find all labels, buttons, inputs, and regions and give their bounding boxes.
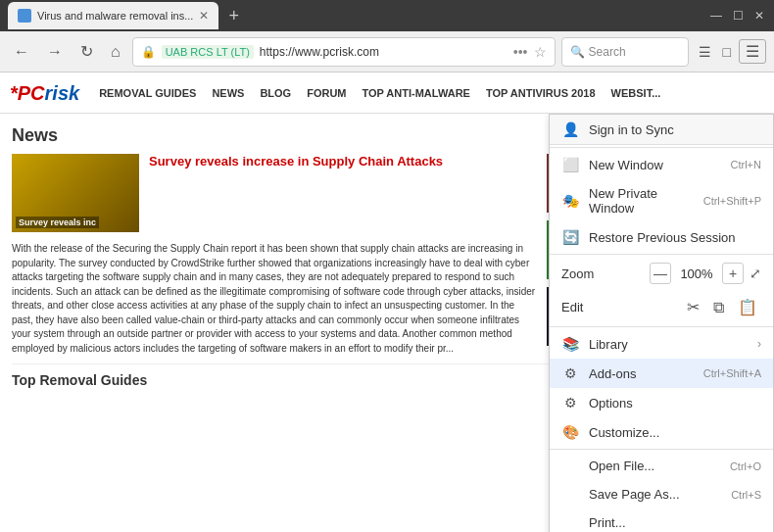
menu-item-restore-session[interactable]: 🔄 Restore Previous Session: [550, 222, 773, 252]
browser-tab[interactable]: Virus and malware removal ins... ✕: [8, 2, 218, 29]
menu-item-private-window[interactable]: 🎭 New Private Window Ctrl+Shift+P: [550, 179, 773, 222]
open-file-shortcut: Ctrl+O: [730, 460, 761, 472]
zoom-label: Zoom: [561, 266, 644, 281]
private-window-icon: 🎭: [561, 193, 579, 209]
options-label: Options: [589, 396, 761, 411]
synced-tabs-button[interactable]: □: [719, 39, 735, 64]
menu-separator-3: [550, 326, 773, 327]
tab-favicon: [18, 9, 31, 23]
lock-icon: 🔒: [141, 45, 156, 59]
library-icon: 📚: [561, 336, 579, 352]
browser-toolbar: ← → ↻ ⌂ 🔒 UAB RCS LT (LT) https://www.pc…: [0, 31, 774, 73]
zoom-value: 100%: [677, 266, 716, 281]
sign-in-label: Sign in to Sync: [589, 122, 761, 137]
library-label: Library: [589, 337, 748, 352]
zoom-expand-button[interactable]: ⤢: [750, 266, 761, 281]
nav-website[interactable]: WEBSIT...: [604, 87, 669, 99]
main-article: Survey reveals inc Survey reveals increa…: [12, 154, 537, 356]
main-article-content: Survey reveals inc Survey reveals increa…: [12, 154, 537, 232]
save-page-shortcut: Ctrl+S: [731, 489, 761, 501]
close-button[interactable]: ✕: [752, 9, 766, 23]
private-window-label: New Private Window: [589, 186, 694, 216]
search-placeholder: Search: [589, 45, 626, 59]
address-icons: ☆: [534, 44, 547, 60]
reader-view-button[interactable]: ☰: [695, 39, 715, 64]
new-tab-button[interactable]: +: [222, 6, 245, 26]
search-icon: 🔍: [570, 45, 585, 59]
new-window-shortcut: Ctrl+N: [731, 159, 761, 170]
edit-label: Edit: [561, 300, 677, 314]
sync-icon: 👤: [561, 121, 579, 137]
menu-item-sign-in[interactable]: 👤 Sign in to Sync: [550, 115, 773, 145]
overflow-icon: •••: [513, 44, 528, 60]
menu-item-addons[interactable]: ⚙ Add-ons Ctrl+Shift+A: [550, 359, 773, 388]
new-window-icon: ⬜: [561, 157, 579, 172]
private-window-shortcut: Ctrl+Shift+P: [703, 195, 761, 207]
minimize-button[interactable]: —: [709, 9, 723, 23]
nav-top-anti-malware[interactable]: TOP ANTI-MALWARE: [355, 87, 478, 99]
zoom-row: Zoom — 100% + ⤢: [550, 257, 773, 290]
print-label: Print...: [589, 515, 761, 530]
menu-item-library[interactable]: 📚 Library ›: [550, 329, 773, 359]
main-article-body: With the release of the Securing the Sup…: [12, 242, 537, 356]
main-content: News Survey reveals inc Survey reveals i…: [0, 114, 774, 532]
open-file-label: Open File...: [589, 459, 720, 473]
zoom-minus-button[interactable]: —: [650, 263, 671, 284]
customize-icon: 🎨: [561, 424, 579, 440]
menu-separator-4: [550, 449, 773, 450]
tab-close-button[interactable]: ✕: [199, 9, 209, 23]
menu-separator-1: [550, 147, 773, 148]
save-page-label: Save Page As...: [589, 487, 721, 502]
copy-button[interactable]: ⧉: [709, 297, 728, 318]
menu-separator-2: [550, 254, 773, 255]
nav-removal-guides[interactable]: REMOVAL GUIDES: [91, 87, 204, 99]
main-article-text: Survey reveals increase in Supply Chain …: [149, 154, 537, 232]
menu-item-customize[interactable]: 🎨 Customize...: [550, 417, 773, 447]
main-article-title[interactable]: Survey reveals increase in Supply Chain …: [149, 154, 537, 169]
addons-shortcut: Ctrl+Shift+A: [703, 367, 761, 379]
org-badge: UAB RCS LT (LT): [162, 45, 254, 59]
menu-item-open-file[interactable]: Open File... Ctrl+O: [550, 452, 773, 480]
bookmark-icon[interactable]: ☆: [534, 44, 547, 60]
nav-top-antivirus[interactable]: TOP ANTIVIRUS 2018: [478, 87, 604, 99]
customize-label: Customize...: [589, 425, 761, 440]
library-arrow-icon: ›: [757, 337, 761, 351]
browser-titlebar: Virus and malware removal ins... ✕ + — ☐…: [0, 0, 774, 31]
main-article-thumb: Survey reveals inc: [12, 154, 139, 232]
addons-icon: ⚙: [561, 365, 579, 381]
window-controls: — ☐ ✕: [709, 9, 766, 23]
addons-label: Add-ons: [589, 366, 694, 381]
paste-button[interactable]: 📋: [734, 296, 761, 318]
address-bar[interactable]: 🔒 UAB RCS LT (LT) https://www.pcrisk.com…: [132, 37, 556, 67]
restore-session-label: Restore Previous Session: [589, 230, 761, 245]
tab-title: Virus and malware removal ins...: [37, 10, 193, 22]
site-logo: *PC risk: [10, 80, 79, 106]
url-text: https://www.pcrisk.com: [260, 45, 508, 59]
menu-item-new-window[interactable]: ⬜ New Window Ctrl+N: [550, 150, 773, 179]
hamburger-menu-button[interactable]: ☰: [739, 39, 766, 64]
maximize-button[interactable]: ☐: [731, 9, 745, 23]
nav-news[interactable]: NEWS: [204, 87, 252, 99]
search-bar[interactable]: 🔍 Search: [561, 37, 689, 67]
forward-button[interactable]: →: [41, 39, 69, 65]
zoom-plus-button[interactable]: +: [722, 263, 744, 284]
home-button[interactable]: ⌂: [105, 39, 126, 65]
new-window-label: New Window: [589, 158, 721, 172]
nav-blog[interactable]: BLOG: [252, 87, 299, 99]
logo-risk-text: risk: [45, 80, 80, 106]
menu-item-save-page[interactable]: Save Page As... Ctrl+S: [550, 480, 773, 508]
options-icon: ⚙: [561, 395, 579, 411]
edit-row: Edit ✂ ⧉ 📋: [550, 290, 773, 324]
menu-item-print[interactable]: Print...: [550, 508, 773, 532]
menu-item-options[interactable]: ⚙ Options: [550, 388, 773, 417]
toolbar-icons: ☰ □ ☰: [695, 39, 766, 64]
site-navigation: *PC risk REMOVAL GUIDES NEWS BLOG FORUM …: [0, 73, 774, 114]
nav-forum[interactable]: FORUM: [299, 87, 354, 99]
site-nav-items: REMOVAL GUIDES NEWS BLOG FORUM TOP ANTI-…: [91, 87, 668, 99]
cut-button[interactable]: ✂: [683, 296, 703, 318]
reload-button[interactable]: ↻: [74, 38, 99, 65]
restore-icon: 🔄: [561, 229, 579, 245]
browser-menu: 👤 Sign in to Sync ⬜ New Window Ctrl+N 🎭 …: [549, 114, 774, 532]
back-button[interactable]: ←: [8, 39, 35, 65]
logo-pc-text: *PC: [10, 80, 45, 106]
